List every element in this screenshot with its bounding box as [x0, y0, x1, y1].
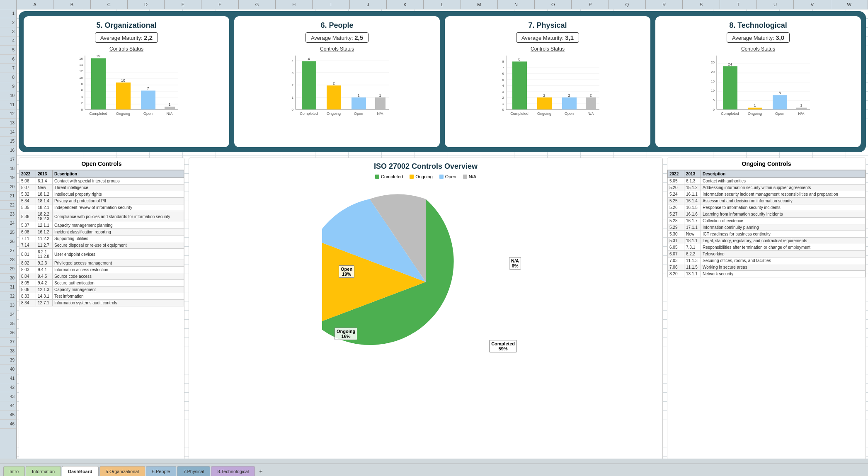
table-cell: 7.3.1	[684, 244, 701, 251]
table-row: 7.1411.2.7Secure disposal or re-use of e…	[19, 242, 184, 249]
tab-intro[interactable]: Intro	[3, 466, 25, 476]
tab-people[interactable]: 6.People	[146, 466, 176, 476]
table-row: 5.3118.1.1Legal, statutory, regulatory, …	[668, 238, 866, 244]
tab-physical[interactable]: 7.Physical	[177, 466, 210, 476]
table-cell: Capacity management	[53, 287, 184, 293]
pie-label-ongoing: Ongoing16%	[335, 328, 357, 340]
svg-rect-73	[537, 97, 552, 109]
horizontal-scrollbar[interactable]	[0, 459, 868, 464]
svg-text:3: 3	[292, 71, 294, 75]
tab-information[interactable]: Information	[26, 466, 61, 476]
organizational-title: 5. Organizational	[96, 21, 156, 30]
table-row: 5.3418.1.4Privacy and protection of PII	[19, 198, 184, 204]
table-cell: 5.06	[19, 178, 36, 185]
table-cell: 9.4.1	[36, 267, 53, 273]
maturity-value-tech: 3,0	[776, 34, 784, 41]
table-row: 6.057.3.1Responsibilities after terminat…	[668, 244, 866, 251]
table-cell: 5.26	[668, 204, 684, 211]
table-cell: Threat intelligence	[53, 185, 184, 191]
svg-text:1: 1	[800, 103, 802, 107]
table-cell: 8.04	[19, 273, 36, 280]
svg-text:4: 4	[502, 84, 504, 87]
tab-technological[interactable]: 8.Technological	[211, 466, 255, 476]
table-cell: 18.1.4	[36, 198, 53, 204]
pie-legend: Completed Ongoing Open N/A	[375, 174, 476, 179]
col-r: R	[646, 0, 683, 9]
svg-text:N/A: N/A	[377, 112, 383, 116]
table-cell: 8.33	[19, 293, 36, 300]
svg-text:0: 0	[81, 108, 83, 112]
col-t: T	[720, 0, 757, 9]
table-cell: 5.34	[19, 198, 36, 204]
table-cell: Capacity management planning	[53, 222, 184, 229]
add-sheet-button[interactable]: +	[256, 466, 266, 476]
svg-rect-46	[352, 97, 366, 109]
table-cell: Collection of evidence	[701, 218, 866, 224]
tab-dashboard[interactable]: DashBoard	[62, 466, 99, 476]
technological-card: 8. Technological Average Maturity: 3,0 C…	[655, 16, 861, 147]
legend-na-dot	[463, 175, 467, 179]
table-cell: 5.37	[19, 222, 36, 229]
chart-title-org: Controls Status	[109, 46, 143, 52]
table-cell: Responsibilities after termination or ch…	[701, 244, 866, 251]
table-cell: 13.1.1	[684, 271, 701, 277]
table-cell: 8.06	[19, 287, 36, 293]
tab-organizational[interactable]: 5.Organizational	[99, 466, 145, 476]
table-cell: Addressing information security within s…	[701, 185, 866, 191]
bottom-section: Open Controls 2022 2013 Description 5.06…	[19, 158, 866, 461]
table-cell: 11.1.3	[684, 257, 701, 264]
table-cell: 11.1.5	[684, 264, 701, 271]
maturity-value-people: 2,5	[354, 34, 363, 41]
col-u: U	[757, 0, 794, 9]
col-c: C	[91, 0, 128, 9]
table-row: 8.3314.3.1Test information	[19, 293, 184, 300]
svg-rect-101	[773, 95, 787, 109]
svg-rect-23	[141, 91, 155, 110]
table-cell: 5.32	[19, 191, 36, 198]
col-o: O	[535, 0, 572, 9]
table-cell: 6.1.4	[36, 178, 53, 185]
table-row: 8.0612.1.3Capacity management	[19, 287, 184, 293]
people-maturity: Average Maturity: 2,5	[305, 32, 369, 43]
table-row: 5.07NewThreat intelligence	[19, 185, 184, 191]
technological-title: 8. Technological	[729, 21, 787, 30]
table-cell: Contact with special interest groups	[53, 178, 184, 185]
svg-text:Completed: Completed	[89, 112, 107, 116]
table-cell: 17.1.1	[684, 224, 701, 231]
table-cell: 9.2.3	[36, 260, 53, 267]
table-row: 8.016.2.1 11.2.8User endpoint devices	[19, 249, 184, 260]
svg-text:3: 3	[502, 90, 504, 94]
svg-text:20: 20	[711, 70, 715, 74]
row-numbers: 1 2 3 4 5 6 7 8 9 10 11 12 13 14 15 16 1…	[0, 9, 17, 464]
table-cell: 6.2.2	[684, 251, 701, 257]
table-cell: 8.02	[19, 260, 36, 267]
svg-text:Ongoing: Ongoing	[748, 112, 762, 116]
table-cell: Teleworking	[701, 251, 866, 257]
legend-open: Open	[439, 174, 456, 179]
col-p: P	[572, 0, 609, 9]
col-n: N	[498, 0, 535, 9]
tech-bar-chart: 0 5 10 15 20 25 24 Completed	[660, 53, 856, 120]
table-cell: 5.35	[19, 204, 36, 211]
table-cell: 5.29	[668, 224, 684, 231]
col-m: M	[461, 0, 498, 9]
table-cell: 5.07	[19, 185, 36, 191]
table-cell: 16.1.5	[684, 204, 701, 211]
table-cell: Test information	[53, 293, 184, 300]
people-bar-chart: 0 1 2 3 4 4 Completed	[239, 53, 435, 120]
table-cell: 8.34	[19, 300, 36, 306]
table-cell: 5.20	[668, 185, 684, 191]
col-q: Q	[609, 0, 646, 9]
table-row: 5.30NewICT readiness for business contin…	[668, 231, 866, 238]
table-cell: 6.2.1 11.2.8	[36, 249, 53, 260]
table-cell: 5.30	[668, 231, 684, 238]
table-cell: Privileged access management	[53, 260, 184, 267]
open-col-desc: Description	[53, 170, 184, 178]
col-w: W	[831, 0, 868, 9]
table-row: 5.2616.1.5Response to information securi…	[668, 204, 866, 211]
maturity-value: 2,2	[144, 34, 153, 41]
svg-text:Open: Open	[354, 112, 363, 116]
svg-text:Completed: Completed	[721, 112, 739, 116]
legend-ongoing-label: Ongoing	[415, 174, 433, 179]
svg-text:0: 0	[502, 108, 504, 112]
